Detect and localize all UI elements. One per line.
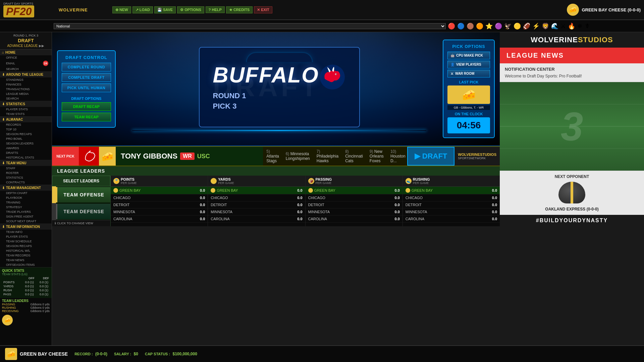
- team-icon-13[interactable]: ⚔: [560, 22, 566, 30]
- sidebar-item-player-stats-ti[interactable]: PLAYER STATS: [0, 234, 52, 239]
- sidebar-item-trade-players[interactable]: TRADE PLAYERS: [0, 209, 52, 214]
- sidebar-item-drafts[interactable]: DRAFTS: [0, 150, 52, 155]
- sidebar-item-records[interactable]: RECORDS: [0, 122, 52, 127]
- sidebar-item-strategy[interactable]: STRATEGY: [0, 205, 52, 209]
- sidebar-item-staff[interactable]: STAFF: [0, 166, 52, 171]
- click-change-view[interactable]: ℹ CLICK TO CHANGE VIEW: [52, 220, 110, 226]
- team-offense-button[interactable]: TEAM OFFENSE: [56, 187, 110, 202]
- team-icon-2[interactable]: 🔵: [457, 22, 465, 30]
- sidebar-header-team-info[interactable]: ⬇ TEAM INFORMATION: [0, 224, 52, 230]
- draft-control-panel: DRAFT CONTROL COMPLETE ROUND COMPLETE DR…: [57, 50, 116, 128]
- rush-off: 0.0 (1): [21, 289, 35, 292]
- war-room-button[interactable]: ⚔ WAR ROOM: [447, 70, 490, 77]
- sidebar-item-historical-wl[interactable]: HISTORICAL W/L: [0, 248, 52, 253]
- help-button[interactable]: ? HELP: [206, 6, 225, 13]
- sidebar-item-team-info[interactable]: TEAM INFO: [0, 230, 52, 234]
- national-filter[interactable]: National AFC NFC: [54, 23, 446, 29]
- complete-round-button[interactable]: COMPLETE ROUND: [62, 63, 111, 71]
- sidebar-item-player-stats[interactable]: PLAYER STATS: [0, 107, 52, 112]
- new-button[interactable]: ⊕ NEW: [112, 6, 131, 13]
- sidebar-item-season-recaps-ti[interactable]: SEASON RECAPS: [0, 244, 52, 248]
- sidebar-item-depth-chart[interactable]: DEPTH CHART: [0, 191, 52, 195]
- sidebar-item-league-media[interactable]: LEAGUE MEDIA: [0, 92, 52, 96]
- studio-name-top: WOLVERINE: [59, 7, 109, 12]
- record-label: RECORD :: [74, 352, 93, 356]
- sidebar-item-email[interactable]: EMAIL 24: [0, 60, 52, 67]
- team-icon-6[interactable]: 🟣: [495, 22, 502, 30]
- sidebar-item-search-league[interactable]: SEARCH: [0, 96, 52, 101]
- team-icon-16[interactable]: 🗡: [584, 22, 590, 29]
- passing-icon: 🏈: [308, 178, 314, 184]
- points-team-5: CAROLINA: [113, 217, 192, 221]
- sidebar-item-playbook[interactable]: PLAYBOOK: [0, 195, 52, 200]
- sidebar-item-training[interactable]: TRAINING: [0, 200, 52, 205]
- yards-label: YARDS: [3, 285, 20, 288]
- rushing-team-4: MINNESOTA: [406, 210, 484, 214]
- team-icon-4[interactable]: 🟠: [476, 22, 483, 30]
- sidebar-header-almanac[interactable]: ⬇ ALMANAC: [0, 117, 52, 122]
- draft-button-ticker[interactable]: ▶ DRAFT: [407, 147, 455, 166]
- yards-def: 0.0 (1): [35, 285, 49, 288]
- sidebar-item-top10[interactable]: TOP 10: [0, 127, 52, 132]
- sidebar-header-home[interactable]: ⌂ HOME: [0, 50, 52, 55]
- team-icon-1[interactable]: 🔴: [448, 22, 455, 30]
- team-defense-button[interactable]: TEAM DEFENSE: [56, 204, 110, 219]
- sidebar-item-roster[interactable]: ROSTER: [0, 171, 52, 175]
- sidebar-item-team-stats[interactable]: TEAM STATS: [0, 112, 52, 116]
- team-icon-14[interactable]: 🔥: [568, 22, 575, 30]
- team-icon-12[interactable]: 🌊: [551, 22, 558, 30]
- sidebar-item-scout-next-draft[interactable]: SCOUT NEXT DRAFT: [0, 219, 52, 224]
- sidebar-item-historical-stats[interactable]: HISTORICAL STATS: [0, 155, 52, 160]
- sidebar-item-team-records[interactable]: TEAM RECORDS: [0, 253, 52, 258]
- select-leaders-button[interactable]: SELECT LEADERS: [52, 176, 110, 186]
- rushing-val-2: 0.0: [484, 196, 497, 200]
- sidebar-item-statistics-tm[interactable]: STATISTICS: [0, 175, 52, 180]
- sidebar-item-season-leaders[interactable]: SEASON LEADERS: [0, 141, 52, 146]
- team-icon-11[interactable]: 🦁: [542, 22, 549, 30]
- pick-until-human-button[interactable]: PICK UNTIL HUMAN: [62, 83, 111, 92]
- save-button[interactable]: 💾 SAVE: [154, 6, 176, 13]
- team-icon-3[interactable]: 🟤: [467, 22, 474, 30]
- team-icon-9[interactable]: 🏈: [523, 22, 530, 30]
- players-icon: 👤: [450, 63, 454, 66]
- view-players-button[interactable]: 👤 VIEW PLAYERS: [447, 61, 490, 68]
- sidebar-header-team-management[interactable]: ⬇ TEAM MANAGEMENT: [0, 185, 52, 191]
- sidebar-item-offseason-items[interactable]: OFFSEASON ITEMS: [0, 262, 52, 267]
- sidebar-section-team-management: ⬇ TEAM MANAGEMENT DEPTH CHART PLAYBOOK T…: [0, 185, 52, 224]
- team-icon-10[interactable]: ⚡: [532, 22, 540, 30]
- pass-off: 0.0 (1): [21, 293, 35, 296]
- load-button[interactable]: ↗ LOAD: [132, 6, 153, 13]
- advance-text: ADVANCE LEAGUE: [7, 44, 38, 48]
- sidebar-item-pro-bowl[interactable]: PRO BOWL: [0, 136, 52, 141]
- exit-button[interactable]: ✕ EXIT: [254, 6, 272, 13]
- sidebar-item-sign-free-agent[interactable]: SIGN FREE AGENT: [0, 214, 52, 219]
- sidebar-item-team-schedule[interactable]: TEAM SCHEDULE: [0, 239, 52, 244]
- sidebar-header-statistics[interactable]: ⬇ STATISTICS: [0, 101, 52, 107]
- sidebar-item-office[interactable]: OFFICE: [0, 55, 52, 60]
- sidebar-item-contracts[interactable]: CONTRACTS: [0, 180, 52, 185]
- sidebar-item-finances[interactable]: FINANCES: [0, 82, 52, 87]
- team-icon-7[interactable]: 🦅: [504, 22, 512, 30]
- sidebar-item-transactions[interactable]: TRANSACTIONS: [0, 87, 52, 92]
- team-recap-button[interactable]: TEAM RECAP: [62, 113, 111, 121]
- complete-draft-button[interactable]: COMPLETE DRAFT: [62, 73, 111, 82]
- ticker-teams-scroll: 5) Atlanta Stags 6) Minnesota Longshipme…: [263, 149, 407, 163]
- sidebar-header-around-league[interactable]: ⬇ AROUND THE LEAGUE: [0, 72, 52, 77]
- last-pick-card: 🧀: [447, 85, 490, 104]
- passing-value: Gibbons 0 yds: [30, 303, 50, 306]
- options-button[interactable]: ⚙ OPTIONS: [177, 6, 204, 13]
- team-icon-15[interactable]: ❄: [577, 22, 582, 30]
- sidebar-item-standings[interactable]: STANDINGS: [0, 77, 52, 82]
- team-icon-5[interactable]: ⭐: [485, 22, 493, 30]
- credits-button[interactable]: ★ CREDITS: [226, 6, 253, 13]
- robot-icon: 🤖: [450, 54, 454, 57]
- sidebar-header-team-menu[interactable]: ⬇ TEAM MENU: [0, 160, 52, 166]
- sidebar-item-awards[interactable]: AWARDS: [0, 146, 52, 150]
- sidebar-item-search-home[interactable]: SEARCH: [0, 67, 52, 71]
- player-name-ticker: TONY GIBBONS: [121, 152, 177, 161]
- sidebar-item-team-news[interactable]: TEAM NEWS: [0, 258, 52, 262]
- cpu-make-pick-button[interactable]: 🤖 CPU MAKE PICK: [447, 52, 490, 59]
- sidebar-item-season-recaps[interactable]: SEASON RECAPS: [0, 132, 52, 136]
- team-icon-8[interactable]: 🟡: [514, 22, 521, 30]
- draft-recap-button[interactable]: DRAFT RECAP: [62, 102, 111, 111]
